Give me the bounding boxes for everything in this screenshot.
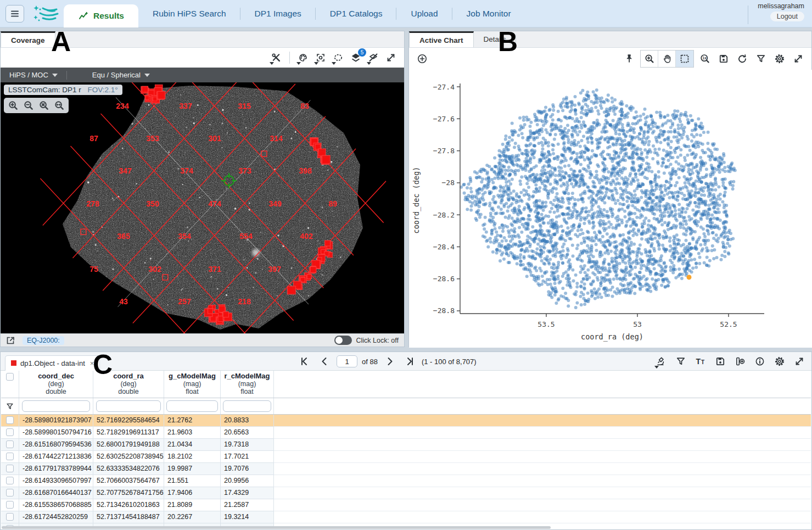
click-lock-toggle[interactable] <box>334 336 352 345</box>
last-page-icon[interactable] <box>402 354 417 369</box>
nav-tab-dp1-images[interactable]: DP1 Images <box>240 0 316 27</box>
row-checkbox[interactable] <box>6 477 14 484</box>
table-cell[interactable]: 52.707752678471756 <box>93 487 164 499</box>
row-checkbox[interactable] <box>6 440 14 448</box>
table-cell[interactable]: -28.616870166440137 <box>19 487 93 499</box>
expand-icon[interactable] <box>791 52 806 66</box>
zoom-fill-icon[interactable] <box>52 98 67 113</box>
table-cell[interactable]: 21.8089 <box>164 499 221 511</box>
nav-tab-job-monitor[interactable]: Job Monitor <box>452 0 525 27</box>
add-column-icon[interactable] <box>732 354 748 369</box>
external-link-icon[interactable] <box>3 333 18 348</box>
filter-icon[interactable] <box>753 52 769 66</box>
box-select-icon[interactable] <box>676 51 693 67</box>
filter-input-coord_dec[interactable] <box>22 400 89 412</box>
layers-icon[interactable]: 5 <box>348 51 363 65</box>
page-number-input[interactable] <box>337 355 357 367</box>
filter-input-r_cModelMag[interactable] <box>223 400 271 412</box>
settings-icon[interactable] <box>772 52 787 66</box>
table-cell[interactable]: -28.589801921873907 <box>19 415 93 427</box>
table-tab[interactable]: dp1.Object - data-int × <box>5 355 100 371</box>
table-cell[interactable]: 52.68001791949188 <box>93 439 164 451</box>
row-checkbox[interactable] <box>6 513 14 521</box>
column-header-g_cModelMag[interactable]: g_cModelMag(mag)float <box>164 371 221 398</box>
palette-icon[interactable] <box>295 51 311 65</box>
coverage-sky-image[interactable]: 2343373158387353301314347374373398278350… <box>1 82 404 334</box>
table-cell[interactable]: 21.2762 <box>164 415 221 427</box>
row-checkbox[interactable] <box>6 501 14 509</box>
filter-input-coord_ra[interactable] <box>96 400 161 412</box>
highlighted-data-point[interactable] <box>686 275 691 280</box>
table-cell[interactable]: 19.3214 <box>221 511 274 523</box>
zoom-original-icon[interactable]: 1x <box>697 52 713 66</box>
nav-tab-rubin-hips-search[interactable]: Rubin HiPS Search <box>138 0 240 27</box>
filter-input-g_cModelMag[interactable] <box>166 400 218 412</box>
tab-coverage[interactable]: Coverage <box>1 31 55 47</box>
horizontal-scrollbar[interactable] <box>2 526 551 529</box>
table-cell[interactable]: 19.7318 <box>221 439 274 451</box>
table-cell[interactable]: 52.71371454188487 <box>93 511 164 523</box>
table-row[interactable]: -28.58998015079471652.7182919691131721.9… <box>1 427 811 439</box>
table-cell[interactable]: -28.589980150794716 <box>19 427 93 439</box>
table-cell[interactable]: 19.9987 <box>164 463 221 475</box>
table-row[interactable]: -28.61516807959453652.6800179194918821.0… <box>1 439 811 451</box>
table-cell[interactable]: 52.70660037564767 <box>93 475 164 487</box>
table-cell[interactable]: 19.7076 <box>221 463 274 475</box>
table-cell[interactable]: 18.2102 <box>164 451 221 463</box>
table-cell[interactable]: 52.71829196911317 <box>93 427 164 439</box>
logout-button[interactable]: Logout <box>770 12 804 21</box>
nav-tab-dp1-catalogs[interactable]: DP1 Catalogs <box>316 0 397 27</box>
filter-icon[interactable] <box>5 402 14 411</box>
column-header-coord_dec[interactable]: coord_dec(deg)double <box>19 371 93 398</box>
center-on-icon[interactable] <box>313 51 328 65</box>
table-cell[interactable]: 17.4329 <box>221 487 274 499</box>
table-cell[interactable]: -28.61724452820259 <box>19 511 93 523</box>
expand-icon[interactable] <box>383 51 399 65</box>
hips-moc-select[interactable]: HiPS / MOC <box>1 71 66 79</box>
table-row[interactable]: -28.58980192187390752.7169229558465421.2… <box>1 415 811 427</box>
save-icon[interactable] <box>713 354 728 369</box>
table-cell[interactable]: 17.7021 <box>221 451 274 463</box>
select-all-checkbox[interactable] <box>6 373 14 381</box>
pin-icon[interactable] <box>621 52 637 66</box>
nav-tab-upload[interactable]: Upload <box>396 0 452 27</box>
table-cell[interactable]: 52.71692295584654 <box>93 415 164 427</box>
column-header-r_cModelMag[interactable]: r_cModelMag(mag)float <box>221 371 274 398</box>
table-cell[interactable]: 21.551 <box>164 475 221 487</box>
table-row[interactable]: -28.61493309650799752.7066003756476721.5… <box>1 475 811 487</box>
zoom-in-icon[interactable] <box>5 98 21 113</box>
table-cell[interactable]: 20.9956 <box>221 475 274 487</box>
table-cell[interactable]: 52.63333534822076 <box>93 463 164 475</box>
table-cell[interactable]: 21.9603 <box>164 427 221 439</box>
row-checkbox[interactable] <box>6 416 14 424</box>
table-cell[interactable]: -28.617442271213836 <box>19 451 93 463</box>
table-cell[interactable]: 52.630252208738945 <box>93 451 164 463</box>
scatter-chart[interactable]: −27.4−27.6−27.8−28−28.2−28.4−28.6−28.853… <box>409 70 812 348</box>
save-icon[interactable] <box>716 52 731 66</box>
table-cell[interactable]: 21.2587 <box>221 499 274 511</box>
table-cell[interactable]: 17.9406 <box>164 487 221 499</box>
info-icon[interactable] <box>752 354 768 369</box>
hamburger-menu-icon[interactable] <box>5 5 24 23</box>
settings-icon[interactable] <box>772 354 787 369</box>
table-cell[interactable]: -28.614933096507997 <box>19 475 93 487</box>
tools-icon[interactable] <box>268 51 284 65</box>
table-row[interactable]: -28.61744227121383652.63025220873894518.… <box>1 451 811 463</box>
table-cell[interactable]: 21.0434 <box>164 439 221 451</box>
table-cell[interactable]: -28.615168079594536 <box>19 439 93 451</box>
zoom-out-icon[interactable] <box>21 98 36 113</box>
table-row[interactable]: -28.61687016644013752.70775267847175617.… <box>1 487 811 499</box>
row-checkbox[interactable] <box>6 453 14 460</box>
layers-hide-icon[interactable] <box>366 51 381 65</box>
restore-icon[interactable] <box>735 52 750 66</box>
select-region-icon[interactable] <box>331 51 346 65</box>
add-chart-icon[interactable] <box>415 52 430 66</box>
prev-page-icon[interactable] <box>317 354 332 369</box>
table-cell[interactable]: -28.615538657068885 <box>19 499 93 511</box>
row-checkbox[interactable] <box>6 428 14 436</box>
first-page-icon[interactable] <box>297 354 312 369</box>
nav-tab-results[interactable]: Results <box>64 4 138 27</box>
table-cell[interactable]: 20.8833 <box>221 415 274 427</box>
data-ops-icon[interactable] <box>653 354 669 369</box>
next-page-icon[interactable] <box>382 354 397 369</box>
